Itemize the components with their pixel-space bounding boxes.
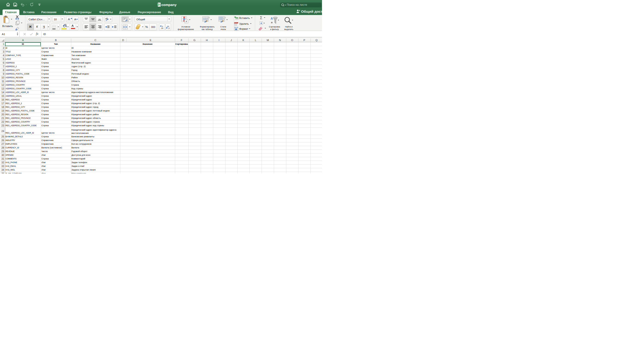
svg-text:я: я [271, 21, 273, 24]
svg-text:X: X [158, 3, 159, 6]
svg-text:А: А [270, 17, 273, 20]
svg-text:,0: ,0 [168, 27, 170, 29]
svg-text:,00: ,00 [161, 27, 163, 29]
svg-text:≠: ≠ [186, 20, 187, 23]
